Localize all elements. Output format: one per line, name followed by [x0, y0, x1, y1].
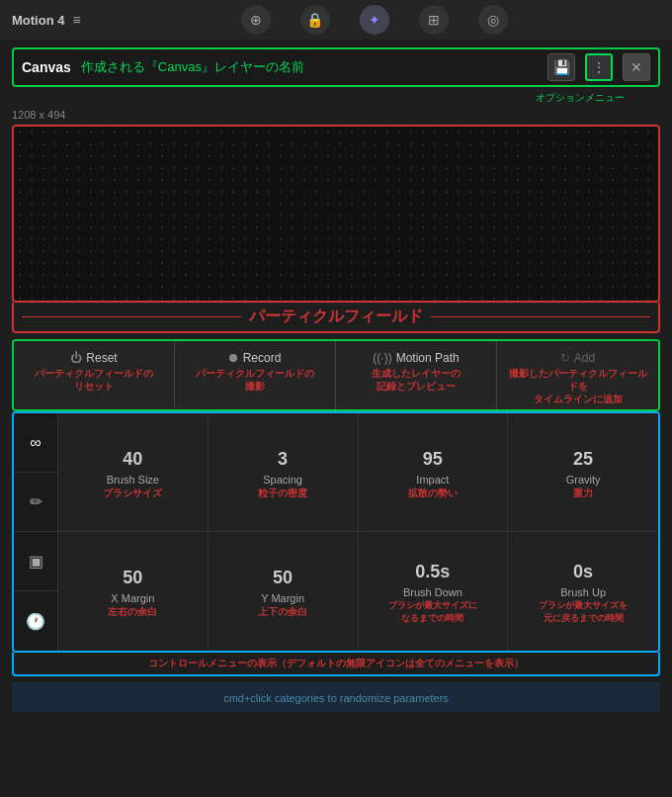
add-title: ↻ Add: [560, 351, 595, 365]
add-button[interactable]: ↻ Add 撮影したパーティクルフィールドを タイムラインに追加: [497, 341, 658, 409]
brush-size-label: ブラシサイズ: [103, 487, 162, 500]
record-subtitle: パーティクルフィールドの 撮影: [196, 367, 314, 393]
control-gravity[interactable]: 25 Gravity 重力: [508, 413, 658, 532]
toolbar-icon-2[interactable]: 🔒: [300, 5, 330, 35]
add-icon: ↻: [560, 351, 570, 365]
spacing-label: 粒子の密度: [258, 487, 307, 500]
more-button[interactable]: ⋮: [585, 53, 613, 81]
arrow-line-left: [22, 316, 241, 317]
canvas-label: Canvas: [22, 59, 71, 75]
motion-path-button[interactable]: ((·)) Motion Path 生成したレイヤーの 記録とプレビュー: [336, 341, 497, 409]
particle-field-label: パーティクルフィールド: [249, 307, 423, 327]
toolbar-icon-4[interactable]: ⊞: [419, 5, 449, 35]
controls-grid: 40 Brush Size ブラシサイズ 3 Spacing 粒子の密度 95 …: [58, 413, 658, 651]
gravity-value: 25: [573, 449, 593, 470]
top-toolbar: ⊕ 🔒 ✦ ⊞ ◎: [89, 0, 660, 41]
save-button[interactable]: 💾: [547, 53, 575, 81]
brush-down-name: Brush Down: [403, 586, 462, 598]
titlebar: Motion 4 ≡ ⊕ 🔒 ✦ ⊞ ◎: [0, 0, 672, 40]
impact-name: Impact: [416, 474, 449, 486]
control-brush-up[interactable]: 0s Brush Up ブラシが最大サイズを 元に戻るまでの時間: [508, 532, 658, 651]
menu-icon[interactable]: ≡: [72, 12, 80, 28]
controls-area: ∞ ✏ ▣ 🕐 40 Brush Size ブラシサイズ 3 Spacing 粒…: [12, 411, 660, 653]
sidebar-item-grid[interactable]: ▣: [14, 532, 57, 591]
y-margin-value: 50: [273, 568, 293, 588]
x-margin-value: 50: [123, 568, 142, 588]
brush-up-value: 0s: [573, 562, 593, 582]
toolbar-icon-3[interactable]: ✦: [360, 5, 389, 35]
sidebar-item-brush[interactable]: ✏: [14, 473, 57, 532]
main-content: Canvas 作成される『Canvas』レイヤーの名前 💾 ⋮ ✕ オプションメ…: [0, 40, 672, 724]
canvas-row: Canvas 作成される『Canvas』レイヤーの名前 💾 ⋮ ✕: [12, 47, 660, 87]
control-x-margin[interactable]: 50 X Margin 左右の余白: [58, 532, 209, 651]
reset-subtitle: パーティクルフィールドの リセット: [35, 367, 153, 393]
brush-size-name: Brush Size: [107, 474, 159, 486]
brush-size-value: 40: [123, 449, 142, 470]
x-margin-name: X Margin: [111, 592, 154, 604]
footer-text: cmd+click categories to randomize parame…: [223, 692, 449, 704]
control-brush-down[interactable]: 0.5s Brush Down ブラシが最大サイズに なるまでの時間: [359, 532, 509, 651]
footer: cmd+click categories to randomize parame…: [12, 682, 660, 712]
y-margin-name: Y Margin: [261, 592, 304, 604]
controls-label-text: コントロールメニューの表示（デフォルトの無限アイコンは全てのメニューを表示）: [148, 658, 524, 668]
add-subtitle: 撮影したパーティクルフィールドを タイムラインに追加: [505, 367, 650, 405]
arrow-line-right: [431, 316, 650, 317]
sidebar-item-infinity[interactable]: ∞: [14, 413, 57, 473]
gravity-name: Gravity: [566, 474, 601, 486]
x-margin-label: 左右の余白: [108, 605, 157, 619]
canvas-resolution: 1208 x 494: [12, 109, 660, 121]
spacing-name: Spacing: [263, 474, 302, 486]
particle-label-row: パーティクルフィールド: [12, 303, 660, 333]
y-margin-label: 上下の余白: [258, 605, 307, 619]
impact-value: 95: [423, 449, 443, 470]
motion-path-subtitle: 生成したレイヤーの 記録とプレビュー: [372, 367, 461, 393]
action-row: ⏻ Reset パーティクルフィールドの リセット Record パーティクルフ…: [12, 339, 660, 411]
impact-label: 拡散の勢い: [408, 487, 458, 500]
controls-label-row: コントロールメニューの表示（デフォルトの無限アイコンは全てのメニューを表示）: [12, 653, 660, 676]
canvas-description: 作成される『Canvas』レイヤーの名前: [81, 58, 538, 76]
control-spacing[interactable]: 3 Spacing 粒子の密度: [209, 413, 359, 532]
reset-button[interactable]: ⏻ Reset パーティクルフィールドの リセット: [14, 341, 175, 409]
particle-dots-background: [14, 127, 658, 301]
control-y-margin[interactable]: 50 Y Margin 上下の余白: [209, 532, 359, 651]
particle-field: [12, 125, 660, 303]
toolbar-icon-1[interactable]: ⊕: [241, 5, 271, 35]
control-brush-size[interactable]: 40 Brush Size ブラシサイズ: [58, 413, 209, 532]
brush-up-label: ブラシが最大サイズを 元に戻るまでの時間: [539, 599, 628, 625]
close-button[interactable]: ✕: [623, 53, 650, 81]
control-impact[interactable]: 95 Impact 拡散の勢い: [359, 413, 509, 532]
record-button[interactable]: Record パーティクルフィールドの 撮影: [175, 341, 336, 409]
app-title: Motion 4: [12, 13, 64, 28]
record-dot-icon: [229, 354, 237, 362]
option-menu-label: オプションメニュー: [12, 91, 660, 105]
gravity-label: 重力: [573, 487, 593, 500]
record-title: Record: [229, 351, 282, 365]
motion-path-icon: ((·)): [373, 351, 391, 365]
controls-sidebar: ∞ ✏ ▣ 🕐: [14, 413, 58, 651]
sidebar-item-clock[interactable]: 🕐: [14, 591, 57, 651]
brush-down-value: 0.5s: [415, 562, 450, 582]
reset-icon: ⏻: [70, 351, 82, 365]
brush-up-name: Brush Up: [560, 586, 606, 598]
spacing-value: 3: [278, 449, 288, 470]
brush-down-label: ブラシが最大サイズに なるまでの時間: [388, 599, 477, 625]
toolbar-icon-5[interactable]: ◎: [478, 5, 508, 35]
motion-path-title: ((·)) Motion Path: [373, 351, 459, 365]
reset-title: ⏻ Reset: [70, 351, 117, 365]
